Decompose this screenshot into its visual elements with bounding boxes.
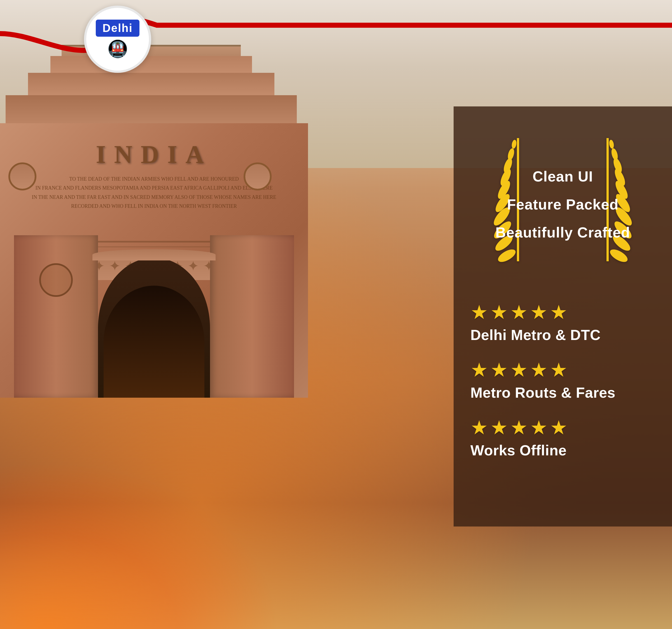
star-2-2: ★ [490,360,508,380]
rating-item-1: ★ ★ ★ ★ ★ Delhi Metro & DTC [465,302,661,343]
inscription-sub-text: TO THE DEAD OF THE INDIAN ARMIES WHO FEL… [28,174,280,211]
rating-item-3: ★ ★ ★ ★ ★ Works Offline [465,418,661,459]
star-3-5: ★ [550,418,568,438]
star-3-2: ★ [490,418,508,438]
star-2-3: ★ [510,360,528,380]
gate-arch-area [14,230,294,398]
star-2-4: ★ [530,360,548,380]
arch-inner-glow [103,286,205,398]
gate-medallion-left [8,162,37,190]
svg-point-10 [507,147,515,161]
gate-main-body: INDIA TO THE DEAD OF THE INDIAN ARMIES W… [0,123,308,398]
orange-glow-effect [0,461,280,629]
arch-right-pier [210,235,294,398]
stars-row-1: ★ ★ ★ ★ ★ [471,302,568,322]
star-1-3: ★ [510,302,528,322]
app-icon[interactable]: Delhi 🚇 [84,6,151,73]
svg-point-11 [511,139,517,149]
rating-label-3: Works Offline [471,442,567,459]
laurel-wrapper: Clean UI Feature Packed Beautifully Craf… [467,123,658,286]
rating-label-1: Delhi Metro & DTC [471,327,601,343]
feature-text-list: Clean UI Feature Packed Beautifully Craf… [495,168,630,241]
app-icon-badge: Delhi [96,20,140,37]
right-info-panel: Clean UI Feature Packed Beautifully Craf… [454,107,672,527]
arch-top-surround [92,249,216,260]
arch-left-pier [14,235,98,398]
star-2-5: ★ [550,360,568,380]
svg-point-22 [608,139,614,149]
star-1-4: ★ [530,302,548,322]
arch-opening [98,258,210,398]
star-3-3: ★ [510,418,528,438]
laurel-section: Clean UI Feature Packed Beautifully Craf… [465,123,661,286]
app-icon-container[interactable]: Delhi 🚇 [84,6,151,73]
feature-crafted: Beautifully Crafted [495,224,630,241]
star-1-5: ★ [550,302,568,322]
star-1-2: ★ [490,302,508,322]
svg-point-21 [610,147,619,161]
ratings-section: ★ ★ ★ ★ ★ Delhi Metro & DTC ★ ★ ★ ★ ★ Me… [465,302,661,459]
gate-medallion-right [244,162,271,190]
pier-circle [39,263,73,297]
feature-packed: Feature Packed [507,196,619,213]
star-2-1: ★ [471,360,488,380]
india-text: INDIA [22,140,286,169]
star-3-1: ★ [471,418,488,438]
india-gate-structure: INDIA TO THE DEAD OF THE INDIAN ARMIES W… [0,0,420,629]
rating-label-2: Metro Routs & Fares [471,384,616,401]
app-icon-train-emoji: 🚇 [107,39,128,59]
stars-row-2: ★ ★ ★ ★ ★ [471,360,568,380]
rating-item-2: ★ ★ ★ ★ ★ Metro Routs & Fares [465,360,661,401]
star-3-4: ★ [530,418,548,438]
stars-row-3: ★ ★ ★ ★ ★ [471,418,568,438]
feature-clean-ui: Clean UI [532,168,593,185]
star-1-1: ★ [471,302,488,322]
